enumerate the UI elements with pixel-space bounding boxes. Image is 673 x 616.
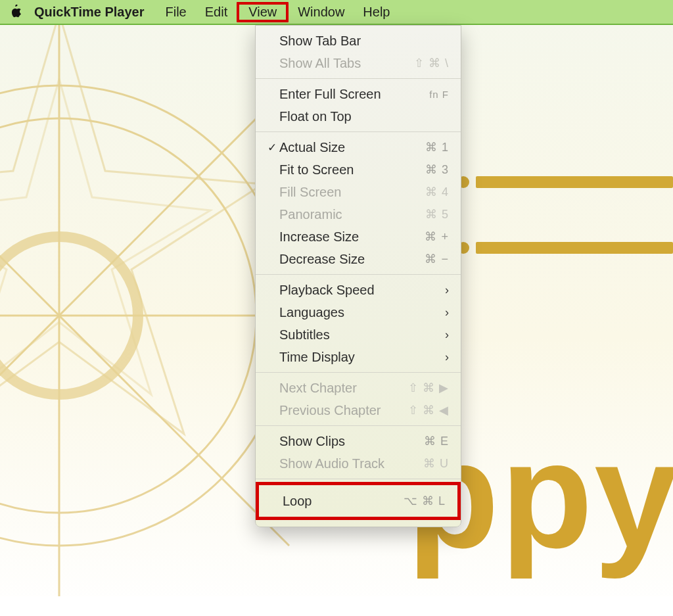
check-icon: ✓ — [265, 141, 279, 154]
shortcut: ⌘ − — [425, 252, 449, 266]
apple-menu[interactable] — [5, 5, 25, 19]
label: Show Clips — [279, 434, 424, 449]
label: Increase Size — [279, 229, 425, 245]
menu-panoramic: Panoramic ⌘ 5 — [256, 203, 461, 225]
label: Float on Top — [279, 109, 449, 124]
menu-help[interactable]: Help — [354, 2, 399, 22]
menu-time-display[interactable]: Time Display › — [256, 346, 461, 368]
menu-file[interactable]: File — [156, 2, 196, 22]
menubar: QuickTime Player File Edit View Window H… — [0, 0, 673, 25]
shortcut: ⌘ E — [424, 434, 449, 448]
shortcut: ⇧ ⌘ ▶ — [408, 381, 449, 395]
menu-window[interactable]: Window — [289, 2, 354, 22]
menu-enter-full-screen[interactable]: Enter Full Screen fn F — [256, 83, 461, 105]
shortcut: ⌘ 3 — [425, 162, 449, 177]
separator — [256, 78, 461, 79]
shortcut: ⇧ ⌘ ◀ — [408, 403, 449, 417]
separator — [256, 131, 461, 132]
shortcut: fn F — [429, 89, 449, 100]
app-name[interactable]: QuickTime Player — [25, 2, 156, 22]
shortcut: ⌘ 4 — [425, 185, 449, 199]
label: Panoramic — [279, 207, 425, 222]
separator — [256, 425, 461, 426]
menu-float-on-top[interactable]: Float on Top — [256, 105, 461, 128]
separator — [256, 372, 461, 373]
label: Show Tab Bar — [279, 34, 449, 49]
gold-bar-1 — [476, 176, 673, 188]
label: Show All Tabs — [279, 56, 414, 71]
view-dropdown: Show Tab Bar Show All Tabs ⇧ ⌘ \ Enter F… — [255, 25, 461, 527]
label: Previous Chapter — [279, 403, 408, 418]
menu-edit[interactable]: Edit — [196, 2, 237, 22]
chevron-right-icon: › — [438, 350, 449, 364]
chevron-right-icon: › — [438, 283, 449, 297]
label: Subtitles — [279, 327, 438, 343]
menu-decrease-size[interactable]: Decrease Size ⌘ − — [256, 248, 461, 270]
label: Decrease Size — [279, 252, 425, 267]
apple-logo-icon — [9, 5, 22, 19]
menu-fit-to-screen[interactable]: Fit to Screen ⌘ 3 — [256, 158, 461, 181]
chevron-right-icon: › — [438, 328, 449, 342]
menu-next-chapter: Next Chapter ⇧ ⌘ ▶ — [256, 377, 461, 399]
menu-previous-chapter: Previous Chapter ⇧ ⌘ ◀ — [256, 399, 461, 421]
menu-loop[interactable]: Loop ⌥ ⌘ L — [256, 482, 461, 520]
label: Fit to Screen — [279, 162, 425, 178]
menu-actual-size[interactable]: ✓ Actual Size ⌘ 1 — [256, 136, 461, 158]
separator — [256, 479, 461, 479]
label: Enter Full Screen — [279, 87, 429, 102]
shortcut: ⌥ ⌘ L — [404, 494, 446, 508]
menu-show-audio-track: Show Audio Track ⌘ U — [256, 452, 461, 475]
label: Next Chapter — [279, 381, 408, 396]
menu-show-clips[interactable]: Show Clips ⌘ E — [256, 430, 461, 452]
shortcut: ⌘ 5 — [425, 207, 449, 222]
label: Fill Screen — [279, 185, 425, 200]
shortcut: ⌘ U — [423, 456, 449, 471]
shortcut: ⌘ 1 — [425, 140, 449, 154]
label: Time Display — [279, 350, 438, 365]
menu-subtitles[interactable]: Subtitles › — [256, 323, 461, 346]
bg-letter-c: c — [670, 26, 673, 239]
separator — [256, 274, 461, 275]
menu-show-tab-bar[interactable]: Show Tab Bar — [256, 30, 461, 52]
label: Playback Speed — [279, 283, 438, 298]
menu-increase-size[interactable]: Increase Size ⌘ + — [256, 225, 461, 248]
gold-bar-2 — [476, 242, 673, 254]
menu-playback-speed[interactable]: Playback Speed › — [256, 279, 461, 301]
label: Loop — [283, 494, 404, 509]
shortcut: ⇧ ⌘ \ — [414, 56, 449, 70]
menu-fill-screen: Fill Screen ⌘ 4 — [256, 181, 461, 203]
label: Actual Size — [279, 140, 425, 155]
label: Languages — [279, 305, 438, 320]
label: Show Audio Track — [279, 456, 423, 471]
menu-view[interactable]: View — [237, 2, 289, 22]
chevron-right-icon: › — [438, 306, 449, 320]
menu-languages[interactable]: Languages › — [256, 301, 461, 323]
shortcut: ⌘ + — [425, 229, 449, 244]
menu-show-all-tabs: Show All Tabs ⇧ ⌘ \ — [256, 52, 461, 74]
bottom-bar — [0, 596, 673, 616]
